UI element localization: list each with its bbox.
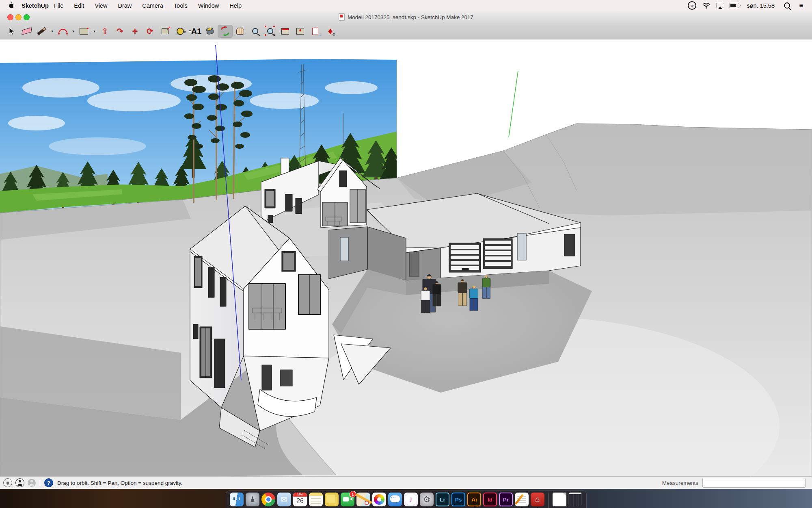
dock-pages[interactable]	[515, 493, 529, 506]
dock-launchpad[interactable]	[246, 493, 259, 506]
dock-sketchup-app[interactable]: ⌂	[531, 493, 544, 506]
push-pull-tool[interactable]: ⇧	[97, 25, 112, 38]
line-tool[interactable]	[34, 25, 49, 38]
geolocation-icon[interactable]	[3, 478, 12, 487]
report-export-tool[interactable]: →	[308, 25, 323, 38]
menu-camera[interactable]: Camera	[137, 2, 168, 9]
sketchup-canvas[interactable]	[0, 40, 812, 476]
status-divider	[40, 479, 40, 487]
zoom-extents-tool[interactable]	[263, 25, 278, 38]
document-proxy-icon[interactable]	[339, 13, 345, 21]
move-tool[interactable]: +	[127, 25, 143, 38]
rectangle-tool-caret[interactable]: ▾	[91, 29, 97, 33]
garage-doors	[449, 239, 512, 272]
wifi-icon[interactable]	[701, 1, 711, 10]
dock-system-preferences[interactable]: ⚙	[420, 493, 434, 506]
menu-app-name[interactable]: SketchUp	[22, 2, 49, 9]
model-viewport[interactable]	[0, 40, 812, 476]
rotate-tool[interactable]: ⟳	[143, 25, 158, 38]
menu-help[interactable]: Help	[224, 2, 247, 9]
airplay-icon[interactable]	[715, 1, 726, 10]
dock-indesign[interactable]: Id	[483, 493, 497, 506]
dock-stickies[interactable]	[325, 493, 339, 506]
dock-maps[interactable]	[356, 493, 370, 506]
creative-cloud-icon[interactable]: ∞	[687, 1, 697, 10]
ruby-console-tool[interactable]: ♦⚙	[323, 25, 338, 38]
signin-person-icon[interactable]	[28, 479, 36, 487]
follow-me-tool[interactable]: ↷	[112, 25, 127, 38]
spotlight-icon[interactable]	[782, 1, 792, 10]
arc-tool[interactable]	[55, 25, 70, 38]
arc-tool-caret[interactable]: ▾	[70, 29, 76, 33]
battery-icon	[729, 1, 740, 10]
apple-menu-icon[interactable]	[7, 2, 13, 9]
dock: mai261⚙LrPsAiIdPr⌂	[0, 491, 812, 508]
dock-facetime[interactable]: 1	[341, 493, 354, 506]
dock-messages[interactable]	[388, 493, 402, 506]
status-hint: Drag to orbit. Shift = Pan, Option = sus…	[57, 480, 182, 486]
dock-documents[interactable]	[553, 493, 566, 506]
menu-clock[interactable]: søn. 15.58	[743, 2, 778, 9]
menu-edit[interactable]: Edit	[69, 2, 89, 9]
dock-mail[interactable]	[277, 493, 291, 506]
menu-file[interactable]: File	[49, 2, 69, 9]
text-tool[interactable]: A1	[188, 25, 203, 38]
menu-bar: SketchUp FileEditViewDrawCameraToolsWind…	[0, 0, 812, 11]
dock-chrome[interactable]	[261, 493, 275, 506]
rectangle-tool[interactable]	[76, 25, 91, 38]
dock-calendar[interactable]: mai26	[293, 493, 307, 506]
dock-premiere[interactable]: Pr	[499, 493, 513, 506]
credit-person-icon[interactable]	[15, 478, 24, 487]
green-axis	[509, 71, 518, 137]
status-bar: ? Drag to orbit. Shift = Pan, Option = s…	[0, 476, 812, 489]
line-tool-caret[interactable]: ▾	[49, 29, 55, 33]
tape-measure-tool[interactable]	[173, 25, 188, 38]
zoom-tool[interactable]	[248, 25, 263, 38]
dock-photos[interactable]	[372, 493, 386, 506]
menu-draw[interactable]: Draw	[112, 2, 137, 9]
dock-notes[interactable]	[309, 493, 323, 506]
title-bar: Modell 20170325_sendt.skp - SketchUp Mak…	[0, 11, 812, 24]
eraser-tool[interactable]	[19, 25, 34, 38]
dock-finder[interactable]	[230, 493, 244, 506]
window-title: Modell 20170325_sendt.skp - SketchUp Mak…	[348, 14, 473, 20]
dock-divider	[549, 493, 549, 508]
measurements-label: Measurements	[662, 480, 698, 486]
scale-tool[interactable]: ↗	[158, 25, 173, 38]
layout-box-tool[interactable]	[278, 25, 293, 38]
toolbar: ▾▾▾⇧↷+⟳↗A1♦→♦⚙	[0, 23, 812, 39]
measurements-input[interactable]	[702, 478, 806, 488]
menu-window[interactable]: Window	[193, 2, 225, 9]
select-tool[interactable]	[4, 25, 19, 38]
pan-tool[interactable]	[233, 25, 248, 38]
dock-photoshop[interactable]: Ps	[451, 493, 465, 506]
menu-tools[interactable]: Tools	[168, 2, 193, 9]
help-icon[interactable]: ?	[44, 478, 53, 487]
paint-bucket-tool[interactable]	[203, 25, 218, 38]
component-box-tool[interactable]: ♦	[293, 25, 308, 38]
menu-view[interactable]: View	[89, 2, 112, 9]
dock-illustrator[interactable]: Ai	[467, 493, 481, 506]
notification-center-icon[interactable]: ≡	[796, 1, 806, 10]
dock-trash[interactable]	[568, 493, 582, 506]
dock-lightroom[interactable]: Lr	[436, 493, 449, 506]
orbit-tool[interactable]	[218, 25, 233, 38]
dock-itunes[interactable]	[404, 493, 418, 506]
